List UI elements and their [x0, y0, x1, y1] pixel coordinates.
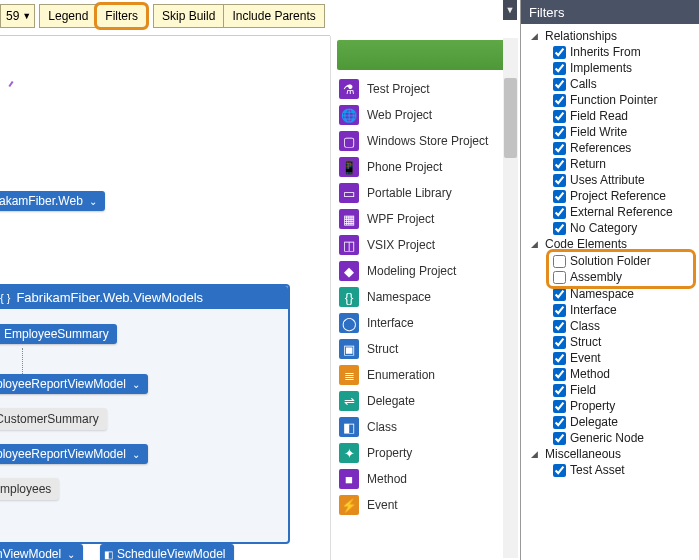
filter-item[interactable]: Field: [523, 382, 697, 398]
filter-item[interactable]: Calls: [523, 76, 697, 92]
filter-checkbox[interactable]: [553, 304, 566, 317]
filter-item[interactable]: Delegate: [523, 414, 697, 430]
code-map-canvas[interactable]: akamFiber.Web⌄ { } FabrikamFiber.Web.Vie…: [0, 36, 330, 560]
filter-checkbox[interactable]: [553, 400, 566, 413]
filter-checkbox[interactable]: [553, 94, 566, 107]
filter-checkbox[interactable]: [553, 384, 566, 397]
category-code-elements[interactable]: ◢Code Elements: [523, 236, 697, 252]
legend-item-label: Modeling Project: [367, 264, 456, 278]
node-employees[interactable]: Employees: [0, 478, 59, 500]
legend-button[interactable]: Legend: [39, 4, 97, 28]
method-icon: ■: [339, 469, 359, 489]
filter-checkbox[interactable]: [553, 190, 566, 203]
filter-checkbox[interactable]: [553, 352, 566, 365]
legend-item[interactable]: ◫VSIX Project: [335, 232, 516, 258]
filter-checkbox[interactable]: [553, 255, 566, 268]
filter-checkbox[interactable]: [553, 158, 566, 171]
filter-checkbox[interactable]: [553, 78, 566, 91]
filter-item[interactable]: External Reference: [523, 204, 697, 220]
node-assembly[interactable]: akamFiber.Web⌄: [0, 191, 105, 211]
legend-item[interactable]: 🌐Web Project: [335, 102, 516, 128]
filter-item[interactable]: Function Pointer: [523, 92, 697, 108]
filter-checkbox[interactable]: [553, 368, 566, 381]
filter-checkbox[interactable]: [553, 110, 566, 123]
chevron-down-icon: ⌄: [67, 549, 75, 560]
filter-checkbox[interactable]: [553, 222, 566, 235]
zoom-dropdown[interactable]: 59 ▼: [0, 4, 35, 28]
node-report-vm-1[interactable]: mployeeReportViewModel⌄: [0, 374, 148, 394]
filter-item[interactable]: Uses Attribute: [523, 172, 697, 188]
filter-checkbox[interactable]: [553, 416, 566, 429]
category-miscellaneous[interactable]: ◢Miscellaneous: [523, 446, 697, 462]
legend-item[interactable]: ⇌Delegate: [335, 388, 516, 414]
filter-checkbox[interactable]: [553, 432, 566, 445]
group-header[interactable]: { } FabrikamFiber.Web.ViewModels: [0, 286, 288, 309]
legend-item[interactable]: ◯Interface: [335, 310, 516, 336]
legend-item[interactable]: ✦Property: [335, 440, 516, 466]
group-body: ◧ EmployeeSummary mployeeReportViewModel…: [0, 309, 288, 325]
filter-item[interactable]: Test Asset: [523, 462, 697, 478]
legend-item[interactable]: ◧Class: [335, 414, 516, 440]
filter-item[interactable]: Event: [523, 350, 697, 366]
legend-color-bar[interactable]: [337, 40, 514, 70]
legend-item[interactable]: ⚡Event: [335, 492, 516, 518]
filter-item[interactable]: Assembly: [549, 269, 693, 285]
filter-label: No Category: [570, 221, 637, 235]
filter-checkbox[interactable]: [553, 288, 566, 301]
filter-checkbox[interactable]: [553, 62, 566, 75]
filter-item[interactable]: Class: [523, 318, 697, 334]
collapsed-tool-dropdown[interactable]: ▼: [503, 0, 517, 20]
filter-label: References: [570, 141, 631, 155]
filter-item[interactable]: Generic Node: [523, 430, 697, 446]
filter-checkbox[interactable]: [553, 206, 566, 219]
filter-item[interactable]: Inherits From: [523, 44, 697, 60]
filter-item[interactable]: Field Read: [523, 108, 697, 124]
legend-item[interactable]: ▢Windows Store Project: [335, 128, 516, 154]
legend-item[interactable]: ▦WPF Project: [335, 206, 516, 232]
filter-label: Return: [570, 157, 606, 171]
box-icon: ◫: [339, 235, 359, 255]
legend-item[interactable]: ◆Modeling Project: [335, 258, 516, 284]
filter-item[interactable]: Property: [523, 398, 697, 414]
class-icon: ◧: [339, 417, 359, 437]
node-schedule-vm[interactable]: ◧ ScheduleViewModel: [100, 544, 234, 560]
filter-item[interactable]: Interface: [523, 302, 697, 318]
scrollbar[interactable]: [503, 38, 518, 558]
filter-checkbox[interactable]: [553, 46, 566, 59]
legend-item[interactable]: ■Method: [335, 466, 516, 492]
skip-build-button[interactable]: Skip Build: [153, 4, 224, 28]
include-parents-button[interactable]: Include Parents: [223, 4, 324, 28]
filter-checkbox[interactable]: [553, 271, 566, 284]
filter-item[interactable]: Method: [523, 366, 697, 382]
filter-checkbox[interactable]: [553, 142, 566, 155]
node-customer-summary[interactable]: tCustomerSummary: [0, 408, 107, 430]
node-report-vm-2[interactable]: mployeeReportViewModel⌄: [0, 444, 148, 464]
filter-checkbox[interactable]: [553, 336, 566, 349]
filter-item[interactable]: Namespace: [523, 286, 697, 302]
filter-item[interactable]: Project Reference: [523, 188, 697, 204]
filters-button[interactable]: Filters: [96, 4, 147, 28]
filter-item[interactable]: Return: [523, 156, 697, 172]
filter-checkbox[interactable]: [553, 174, 566, 187]
legend-item[interactable]: 📱Phone Project: [335, 154, 516, 180]
node-bottom-vm[interactable]: nViewModel⌄: [0, 544, 83, 560]
filter-item[interactable]: Field Write: [523, 124, 697, 140]
namespace-icon: { }: [0, 292, 10, 304]
legend-item[interactable]: ▭Portable Library: [335, 180, 516, 206]
filter-item[interactable]: Solution Folder: [549, 253, 693, 269]
filter-checkbox[interactable]: [553, 320, 566, 333]
scroll-thumb[interactable]: [504, 78, 517, 158]
legend-item[interactable]: {}Namespace: [335, 284, 516, 310]
filter-item[interactable]: No Category: [523, 220, 697, 236]
filter-item[interactable]: References: [523, 140, 697, 156]
filter-checkbox[interactable]: [553, 464, 566, 477]
legend-item[interactable]: ≣Enumeration: [335, 362, 516, 388]
node-employee-summary[interactable]: ◧ EmployeeSummary: [0, 324, 117, 344]
filter-item[interactable]: Struct: [523, 334, 697, 350]
legend-item[interactable]: ▣Struct: [335, 336, 516, 362]
filter-checkbox[interactable]: [553, 126, 566, 139]
namespace-group[interactable]: { } FabrikamFiber.Web.ViewModels ◧ Emplo…: [0, 284, 290, 544]
filter-item[interactable]: Implements: [523, 60, 697, 76]
category-relationships[interactable]: ◢Relationships: [523, 28, 697, 44]
legend-item[interactable]: ⚗Test Project: [335, 76, 516, 102]
